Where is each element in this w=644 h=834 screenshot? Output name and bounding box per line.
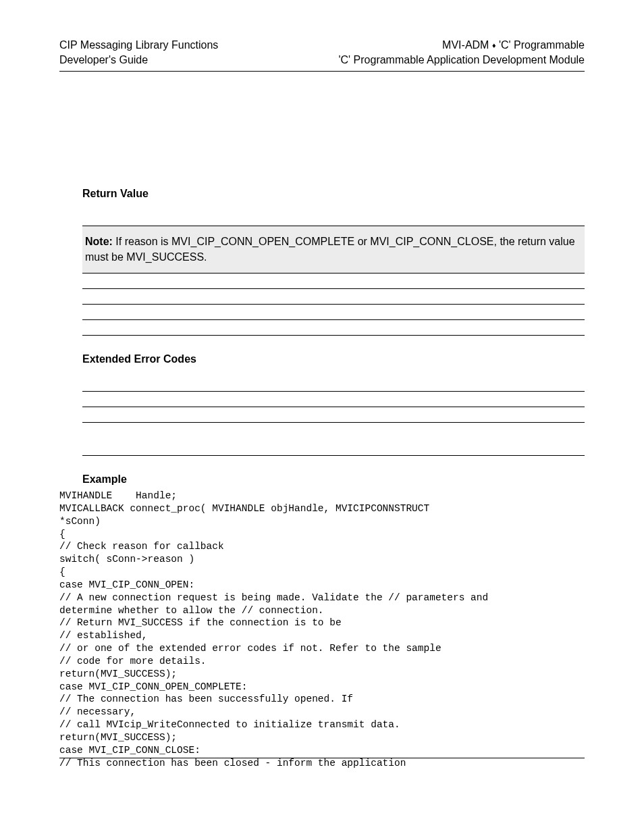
page: CIP Messaging Library Functions Develope… — [0, 0, 644, 797]
return-value-heading: Return Value — [82, 188, 585, 200]
footer-rule — [59, 758, 585, 758]
code-example: MVIHANDLE Handle; MVICALLBACK connect_pr… — [59, 490, 585, 770]
note-box: Note: If reason is MVI_CIP_CONN_OPEN_COM… — [82, 226, 585, 273]
header-right-line2: 'C' Programmable Application Development… — [338, 53, 585, 68]
header-right-line1: MVI-ADM ♦ 'C' Programmable — [338, 38, 585, 53]
page-header: CIP Messaging Library Functions Develope… — [59, 38, 585, 67]
note-text: If reason is MVI_CIP_CONN_OPEN_COMPLETE … — [85, 236, 575, 262]
divider — [82, 288, 585, 289]
divider — [82, 335, 585, 336]
divider — [82, 455, 585, 456]
divider — [82, 407, 585, 407]
header-left-line2: Developer's Guide — [59, 53, 218, 68]
extended-error-rules — [82, 391, 585, 456]
divider — [82, 422, 585, 423]
header-right-pre: MVI-ADM — [442, 39, 492, 51]
return-value-rules — [82, 288, 585, 336]
header-left-line1: CIP Messaging Library Functions — [59, 38, 218, 53]
note-label: Note: — [85, 236, 113, 247]
example-heading: Example — [82, 473, 585, 486]
extended-error-heading: Extended Error Codes — [82, 353, 585, 365]
header-left: CIP Messaging Library Functions Develope… — [59, 38, 218, 67]
divider — [82, 304, 585, 305]
content: Return Value Note: If reason is MVI_CIP_… — [59, 72, 585, 769]
divider — [82, 391, 585, 392]
divider — [82, 319, 585, 320]
header-right: MVI-ADM ♦ 'C' Programmable 'C' Programma… — [338, 38, 585, 67]
header-right-post: 'C' Programmable — [496, 39, 585, 51]
